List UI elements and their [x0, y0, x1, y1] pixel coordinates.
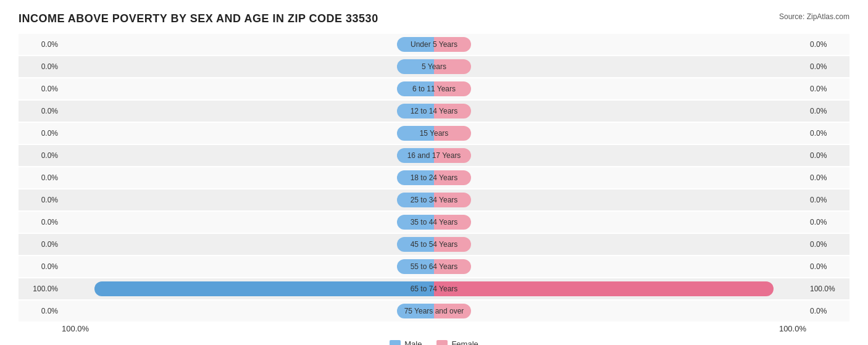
female-bar-container: [434, 215, 806, 230]
female-bar-container: [434, 81, 806, 96]
left-value: 0.0%: [19, 62, 62, 71]
chart-container: INCOME ABOVE POVERTY BY SEX AND AGE IN Z…: [0, 0, 868, 345]
female-bar: [434, 170, 471, 185]
right-value: 0.0%: [806, 307, 849, 315]
female-bar: [434, 126, 471, 141]
right-value: 0.0%: [806, 240, 849, 249]
male-bar: [397, 59, 434, 74]
female-bar: [434, 59, 471, 74]
female-bar-container: [434, 59, 806, 74]
bar-row: 0.0% 55 to 64 Years 0.0%: [19, 256, 849, 277]
bars-center: 18 to 24 Years: [62, 167, 806, 188]
bars-center: 35 to 44 Years: [62, 212, 806, 233]
male-bar: [397, 37, 434, 52]
legend-male-label: Male: [404, 339, 422, 345]
right-value: 0.0%: [806, 173, 849, 182]
bars-center: 15 Years: [62, 123, 806, 144]
bar-row: 0.0% 16 and 17 Years 0.0%: [19, 145, 849, 166]
male-bar: [397, 81, 434, 96]
right-value: 0.0%: [806, 262, 849, 271]
male-bar: [397, 259, 434, 274]
female-bar: [434, 281, 774, 296]
female-bar: [434, 215, 471, 230]
male-bar: [397, 237, 434, 252]
male-bar-container: [62, 104, 434, 118]
bars-center: 65 to 74 Years: [62, 278, 806, 299]
bars-center: 45 to 54 Years: [62, 234, 806, 255]
chart-header: INCOME ABOVE POVERTY BY SEX AND AGE IN Z…: [19, 12, 849, 25]
female-bar-container: [434, 37, 806, 52]
right-value: 100.0%: [806, 285, 849, 293]
female-bar: [434, 104, 471, 118]
female-bar: [434, 193, 471, 207]
male-bar-container: [62, 148, 434, 163]
bar-row: 0.0% 25 to 34 Years 0.0%: [19, 189, 849, 210]
right-value: 0.0%: [806, 107, 849, 115]
bar-row: 0.0% 35 to 44 Years 0.0%: [19, 212, 849, 233]
female-bar-container: [434, 237, 806, 252]
female-bar: [434, 148, 471, 163]
male-bar: [397, 148, 434, 163]
legend-female-label: Female: [451, 339, 478, 345]
female-bar: [434, 81, 471, 96]
female-bar: [434, 259, 471, 274]
male-bar-container: [62, 170, 434, 185]
male-bar: [94, 281, 434, 296]
left-value: 0.0%: [19, 240, 62, 249]
female-bar-container: [434, 259, 806, 274]
bar-row: 0.0% 5 Years 0.0%: [19, 56, 849, 77]
female-bar: [434, 237, 471, 252]
female-bar-container: [434, 170, 806, 185]
right-value: 0.0%: [806, 129, 849, 138]
left-value: 0.0%: [19, 129, 62, 138]
female-bar-container: [434, 126, 806, 141]
chart-area: 0.0% Under 5 Years 0.0% 0.0% 5 Years 0.0…: [19, 34, 849, 322]
male-bar: [397, 170, 434, 185]
female-bar: [434, 37, 471, 52]
left-value: 0.0%: [19, 262, 62, 271]
right-value: 0.0%: [806, 218, 849, 227]
left-value: 0.0%: [19, 196, 62, 204]
male-bar-container: [62, 126, 434, 141]
male-bar: [397, 126, 434, 141]
male-bar-container: [62, 59, 434, 74]
bars-center: Under 5 Years: [62, 34, 806, 55]
legend-female-box: [436, 340, 448, 346]
bars-center: 55 to 64 Years: [62, 256, 806, 277]
legend-male: Male: [390, 339, 422, 345]
male-bar-container: [62, 259, 434, 274]
bar-row: 0.0% 15 Years 0.0%: [19, 123, 849, 144]
chart-title: INCOME ABOVE POVERTY BY SEX AND AGE IN Z…: [19, 12, 378, 25]
chart-source: Source: ZipAtlas.com: [779, 12, 849, 21]
male-bar: [397, 304, 434, 318]
legend: Male Female: [19, 339, 849, 345]
left-value: 0.0%: [19, 107, 62, 115]
legend-female: Female: [436, 339, 478, 345]
female-bar-container: [434, 304, 806, 318]
male-bar-container: [62, 193, 434, 207]
bars-center: 12 to 14 Years: [62, 101, 806, 122]
right-value: 0.0%: [806, 40, 849, 49]
female-bar-container: [434, 104, 806, 118]
male-bar: [397, 104, 434, 118]
bar-row: 0.0% 75 Years and over 0.0%: [19, 301, 849, 322]
right-value: 0.0%: [806, 62, 849, 71]
female-bar: [434, 304, 471, 318]
bars-center: 25 to 34 Years: [62, 189, 806, 210]
bar-row: 0.0% 18 to 24 Years 0.0%: [19, 167, 849, 188]
female-bar-container: [434, 148, 806, 163]
right-value: 0.0%: [806, 151, 849, 160]
left-value: 0.0%: [19, 151, 62, 160]
bar-row: 0.0% Under 5 Years 0.0%: [19, 34, 849, 55]
male-bar: [397, 215, 434, 230]
left-value: 0.0%: [19, 307, 62, 315]
left-value: 0.0%: [19, 173, 62, 182]
male-bar-container: [62, 215, 434, 230]
female-bar-container: [434, 193, 806, 207]
bar-row: 100.0% 65 to 74 Years 100.0%: [19, 278, 849, 299]
male-bar-container: [62, 281, 434, 296]
left-value: 0.0%: [19, 85, 62, 93]
bars-center: 6 to 11 Years: [62, 78, 806, 99]
bottom-values: 100.0% 100.0%: [19, 324, 849, 333]
female-bar-container: [434, 281, 806, 296]
